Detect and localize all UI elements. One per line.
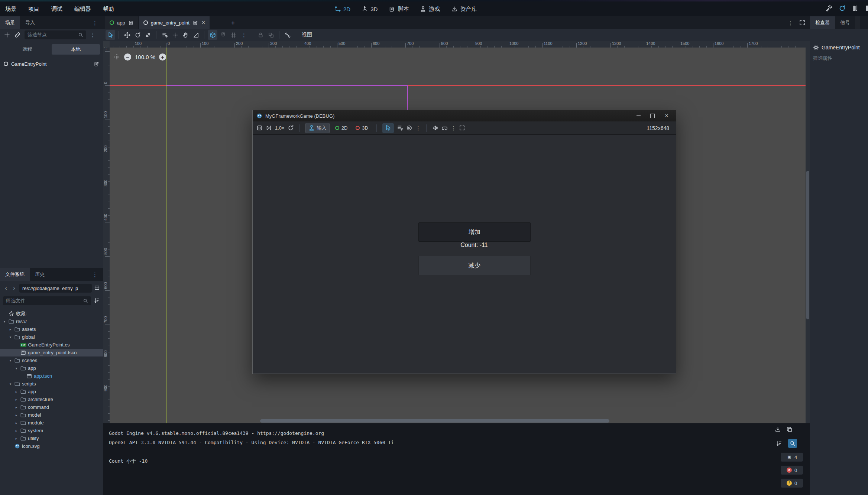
menu-帮助[interactable]: 帮助: [103, 6, 114, 13]
scene-tab-app[interactable]: app: [105, 16, 138, 29]
scene-dock-menu-icon[interactable]: ⋮: [90, 32, 95, 38]
filesystem-tab-menu-icon[interactable]: ⋮: [92, 271, 97, 278]
select-menu-icon[interactable]: ⋮: [415, 125, 421, 131]
copy-output-icon[interactable]: [786, 426, 793, 433]
inspector-tab-信号[interactable]: 信号: [835, 16, 855, 29]
inspector-tab-partial[interactable]: [855, 16, 860, 29]
file-tree-item[interactable]: C#GameEntryPoint.cs: [0, 341, 103, 349]
select-mode-button[interactable]: [382, 123, 394, 133]
file-tree-item[interactable]: icon.svg: [0, 442, 103, 450]
tool-magnet-button[interactable]: [218, 30, 228, 40]
tool-rotate-button[interactable]: [133, 30, 142, 40]
workspace-资产库[interactable]: 资产库: [451, 6, 477, 13]
zoom-level[interactable]: 100.0 %: [135, 54, 155, 60]
tool-grid-button[interactable]: [229, 30, 238, 40]
tree-down-arrow-icon[interactable]: ▾: [8, 382, 13, 386]
tool-listsel-button[interactable]: [160, 30, 169, 40]
tree-right-arrow-icon[interactable]: ▸: [14, 390, 19, 394]
inspected-node-row[interactable]: GameEntryPoint: [813, 43, 868, 52]
tree-down-arrow-icon[interactable]: ▾: [8, 359, 13, 362]
badge-messages[interactable]: ▣4: [781, 453, 803, 462]
workspace-游戏[interactable]: 游戏: [420, 6, 440, 13]
tree-right-arrow-icon[interactable]: ▸: [14, 406, 19, 409]
tree-down-arrow-icon[interactable]: ▾: [8, 335, 13, 339]
remote-button[interactable]: 远程: [3, 44, 52, 55]
add-node-icon[interactable]: [4, 32, 10, 38]
file-tree-item[interactable]: ▸model: [0, 411, 103, 419]
search-output-icon[interactable]: [788, 439, 797, 448]
camera-override-icon[interactable]: [406, 125, 412, 131]
tree-right-arrow-icon[interactable]: ▸: [8, 328, 13, 331]
tool-cursor-button[interactable]: [106, 30, 115, 40]
local-button[interactable]: 本地: [52, 44, 100, 55]
workspace-2D[interactable]: 2D: [334, 6, 350, 12]
instantiate-scene-icon[interactable]: [14, 32, 21, 38]
fs-tab-文件系统[interactable]: 文件系统: [0, 268, 30, 281]
scene-tab-list-menu-icon[interactable]: ⋮: [788, 20, 793, 26]
tool-lock-button[interactable]: [256, 30, 265, 40]
distraction-free-icon[interactable]: [799, 19, 806, 27]
center-view-icon[interactable]: [113, 53, 120, 61]
menu-编辑器[interactable]: 编辑器: [74, 6, 91, 13]
decrease-button[interactable]: 减少: [418, 256, 531, 275]
collapse-output-icon[interactable]: [775, 439, 784, 448]
restart-game-icon[interactable]: [288, 125, 294, 131]
tree-down-arrow-icon[interactable]: ▾: [14, 367, 19, 370]
tree-right-arrow-icon[interactable]: ▸: [14, 437, 19, 440]
canvas-vertical-scrollbar[interactable]: [806, 48, 810, 423]
current-path-field[interactable]: res://global/game_entry_p: [19, 284, 92, 293]
close-button[interactable]: ×: [661, 112, 672, 120]
menu-调试[interactable]: 调试: [51, 6, 62, 13]
badge-warnings[interactable]: !0: [781, 479, 803, 488]
nav-forward-icon[interactable]: ›: [11, 284, 17, 292]
file-tree-item[interactable]: ▸command: [0, 403, 103, 411]
workspace-脚本[interactable]: 脚本: [389, 6, 409, 13]
file-tree-item[interactable]: ▾global: [0, 333, 103, 341]
tree-down-arrow-icon[interactable]: ▾: [2, 320, 7, 323]
clear-output-icon[interactable]: [775, 426, 781, 433]
game-speed-label[interactable]: 1.0×: [275, 125, 285, 131]
file-tree-item[interactable]: ▸module: [0, 419, 103, 427]
more-options-icon[interactable]: ⋮: [451, 125, 456, 131]
maximize-button[interactable]: [647, 112, 658, 120]
scene-dock-tab-menu-icon[interactable]: ⋮: [92, 20, 97, 26]
menu-项目[interactable]: 项目: [28, 6, 39, 13]
file-tree-item[interactable]: app.tscn: [0, 372, 103, 380]
split-mode-icon[interactable]: [94, 285, 100, 292]
file-tree-item[interactable]: ▾scripts: [0, 380, 103, 388]
stop-button-partial[interactable]: [866, 6, 868, 11]
file-tree-item[interactable]: ▸app: [0, 388, 103, 395]
file-tree-item[interactable]: ▾app: [0, 364, 103, 372]
increase-button[interactable]: 增加: [418, 222, 531, 242]
menu-场景[interactable]: 场景: [5, 6, 16, 13]
zoom-out-button[interactable]: −: [124, 53, 131, 61]
file-tree-item[interactable]: game_entry_point.tscn: [0, 349, 103, 356]
suspend-icon[interactable]: [256, 125, 263, 131]
scene-tab-game_entry_point[interactable]: game_entry_point×: [139, 16, 210, 29]
badge-errors[interactable]: ×0: [781, 466, 803, 475]
new-scene-tab-button[interactable]: +: [231, 19, 235, 27]
file-tree-item[interactable]: ▸system: [0, 427, 103, 434]
tool-snapdot-button[interactable]: [170, 30, 180, 40]
tree-right-arrow-icon[interactable]: ▸: [14, 413, 19, 417]
tool-move-button[interactable]: [122, 30, 132, 40]
tree-right-arrow-icon[interactable]: ▸: [14, 421, 19, 425]
tool-group-button[interactable]: [266, 30, 276, 40]
file-tree-item[interactable]: ▸assets: [0, 325, 103, 333]
close-tab-icon[interactable]: ×: [202, 19, 205, 26]
run-pause-button[interactable]: [852, 5, 859, 13]
file-tree-item[interactable]: ▾res://: [0, 317, 103, 325]
debug-options-icon[interactable]: [441, 125, 448, 131]
tool-dots-button[interactable]: ⋮: [239, 30, 249, 40]
zoom-in-button[interactable]: +: [159, 53, 166, 61]
mode-2d-button[interactable]: 2D: [333, 123, 350, 133]
fs-tab-历史[interactable]: 历史: [30, 268, 50, 281]
list-select-icon[interactable]: [397, 125, 403, 131]
file-tree-item[interactable]: ▸utility: [0, 434, 103, 442]
run-reload-button[interactable]: [839, 5, 846, 13]
scene-tree-root-node[interactable]: GameEntryPoint: [0, 59, 103, 69]
minimize-button[interactable]: [633, 112, 644, 120]
tool-cube-button[interactable]: [208, 30, 217, 40]
file-tree-item[interactable]: ▾scenes: [0, 356, 103, 364]
tool-bone-button[interactable]: [283, 30, 292, 40]
